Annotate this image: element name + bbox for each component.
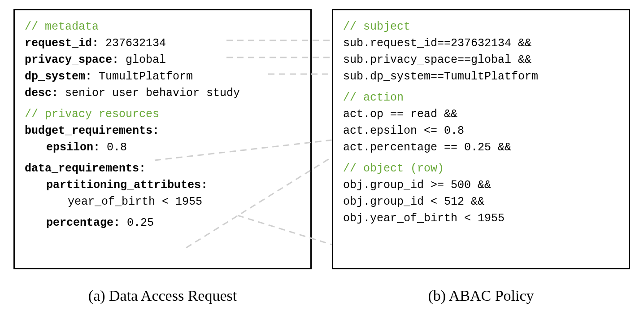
budget-requirements-key: budget_requirements: [25, 124, 159, 137]
sub-privacy-space: sub.privacy_space==global && [343, 53, 531, 66]
obj-year-of-birth: obj.year_of_birth < 1955 [343, 212, 505, 225]
sub-request-id: sub.request_id==237632134 && [343, 37, 531, 50]
data-requirements-key: data_requirements: [25, 162, 146, 175]
privacy-space-val: global [119, 53, 166, 66]
act-epsilon: act.epsilon <= 0.8 [343, 124, 464, 137]
caption-right: (b) ABAC Policy [332, 287, 630, 304]
abac-policy-panel: // subject sub.request_id==237632134 && … [332, 9, 630, 269]
desc-val: senior user behavior study [58, 87, 240, 100]
comment-object: // object (row) [343, 162, 444, 175]
percentage-val: 0.25 [120, 216, 154, 229]
dp-system-val: TumultPlatform [92, 70, 193, 83]
request-id-key: request_id: [25, 37, 99, 50]
sub-dp-system: sub.dp_system==TumultPlatform [343, 70, 538, 83]
caption-left: (a) Data Access Request [13, 287, 312, 304]
comment-metadata: // metadata [25, 20, 99, 33]
privacy-space-key: privacy_space: [25, 53, 119, 66]
epsilon-key: epsilon: [46, 141, 100, 154]
request-id-val: 237632134 [99, 37, 166, 50]
data-access-request-panel: // metadata request_id: 237632134 privac… [13, 9, 312, 269]
act-op: act.op == read && [343, 108, 457, 121]
obj-group-id-1: obj.group_id >= 500 && [343, 179, 491, 192]
percentage-key: percentage: [46, 216, 120, 229]
comment-privacy-resources: // privacy resources [25, 108, 159, 121]
dp-system-key: dp_system: [25, 70, 92, 83]
partitioning-attributes-key: partitioning_attributes: [25, 177, 208, 193]
epsilon-val: 0.8 [100, 141, 127, 154]
act-percentage: act.percentage == 0.25 && [343, 141, 511, 154]
obj-group-id-2: obj.group_id < 512 && [343, 195, 484, 208]
desc-key: desc: [25, 87, 58, 100]
comment-subject: // subject [343, 20, 410, 33]
partitioning-attributes-val: year_of_birth < 1955 [25, 193, 202, 210]
comment-action: // action [343, 91, 404, 104]
